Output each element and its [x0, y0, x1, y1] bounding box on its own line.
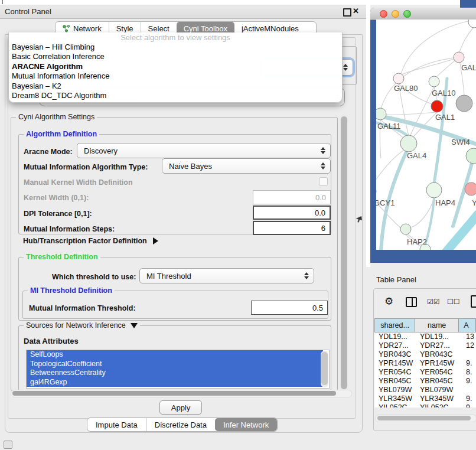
deselect-all-checkboxes-icon[interactable]: ☐☐: [447, 298, 460, 306]
close-icon[interactable]: ✕: [353, 6, 359, 15]
column-header-name[interactable]: name: [415, 318, 459, 332]
node-GAL[interactable]: [454, 52, 464, 63]
edge: [446, 214, 476, 250]
cell: 9.: [464, 377, 472, 386]
network-view-window[interactable]: GAL GAL80 GAL10 GAL1 GAL11 SWI4 GAL4 GCY…: [370, 8, 476, 263]
cell: 8.: [464, 368, 472, 377]
collapsed-panel-icon[interactable]: [4, 441, 12, 449]
column-header-label: name: [428, 321, 446, 330]
desktop-gap: [366, 0, 370, 267]
algorithm-option[interactable]: Bayesian – Hill Climbing: [9, 43, 342, 52]
node-table: shared... name A YDL19...YDL19...13 YDR2…: [374, 318, 476, 407]
list-item[interactable]: SelfLoops: [27, 350, 323, 360]
algorithm-dropdown-popup: Select algorithm to view settings Bayesi…: [8, 32, 343, 103]
node-Y[interactable]: [465, 182, 476, 195]
cell: YLR345W: [418, 394, 464, 403]
network-canvas[interactable]: GAL GAL80 GAL10 GAL1 GAL11 SWI4 GAL4 GCY…: [376, 19, 476, 250]
column-layout-icon[interactable]: [406, 297, 417, 307]
settings-vertical-scrollbar[interactable]: [340, 115, 348, 392]
algorithm-option[interactable]: Mutual Information Inference: [9, 71, 342, 81]
cell: YIL052C: [374, 403, 418, 407]
node-GAL11[interactable]: [376, 108, 386, 120]
list-item[interactable]: TopologicalCoefficient: [27, 360, 323, 369]
table-row[interactable]: YIL052CYIL052C9.: [374, 403, 476, 407]
node[interactable]: [468, 19, 476, 28]
settings-horizontal-scrollbar[interactable]: [11, 390, 352, 397]
table-row[interactable]: YBL079WYBL079W: [374, 386, 476, 394]
column-header-shared-name[interactable]: shared...: [374, 318, 415, 332]
gear-icon[interactable]: ⚙: [384, 296, 393, 306]
node-label: GAL10: [432, 89, 455, 97]
node-GAL1[interactable]: [431, 100, 443, 112]
table-row[interactable]: YPR145WYPR145W9.: [374, 359, 476, 368]
node-GAL4[interactable]: [400, 135, 417, 152]
panel-tab-mark: [2, 0, 3, 4]
mi-threshold-field[interactable]: 0.5: [251, 301, 328, 315]
table-panel: ⚙ ☑☑ ☐☐ shared... name A YDL19...YDL19..…: [373, 288, 476, 431]
node-label: GAL11: [377, 122, 401, 131]
float-window-icon[interactable]: [343, 8, 351, 17]
edge: [459, 27, 474, 52]
cell: YIL052C: [418, 403, 464, 407]
node-SWI4[interactable]: [466, 148, 476, 164]
table-row[interactable]: YBR043CYBR043C: [374, 350, 476, 359]
data-attributes-list[interactable]: SelfLoops TopologicalCoefficient Between…: [26, 350, 330, 389]
node-HAP2[interactable]: [400, 224, 411, 234]
settings-vertical-scrollbar-thumb[interactable]: [341, 116, 347, 389]
algorithm-option[interactable]: Dream8 DC_TDC Algorithm: [9, 91, 342, 100]
cell: YBR043C: [418, 350, 464, 359]
aracne-mode-select[interactable]: Discovery: [77, 143, 331, 158]
sources-title-text: Sources for Network Inference: [26, 321, 126, 330]
which-threshold-value: MI Threshold: [146, 272, 191, 281]
mi-steps-field[interactable]: 6: [253, 221, 331, 235]
kernel-width-field[interactable]: 0.0: [253, 190, 331, 204]
combo-arrows-icon: [304, 272, 309, 279]
cyni-bottom-tabs: Impute Data Discretize Data Infer Networ…: [87, 418, 278, 432]
cell: YDL19...: [418, 332, 464, 341]
zoom-traffic-light-icon[interactable]: [403, 10, 411, 18]
algorithm-option-selected[interactable]: ARACNE Algorithm: [9, 62, 342, 71]
table-row[interactable]: YDL19...YDL19...13: [374, 332, 476, 341]
tab-discretize-data[interactable]: Discretize Data: [146, 418, 215, 431]
table-row[interactable]: YBR045CYBR045C9.: [374, 377, 476, 386]
node-HAP4[interactable]: [426, 182, 442, 198]
tab-infer-network[interactable]: Infer Network: [215, 418, 277, 431]
document-icon[interactable]: [471, 295, 476, 308]
table-row[interactable]: YER054CYER054C8.: [374, 368, 476, 377]
table-horizontal-scrollbar[interactable]: [375, 415, 476, 422]
node-GAL80[interactable]: [393, 73, 404, 84]
settings-horizontal-scrollbar-thumb[interactable]: [12, 391, 336, 396]
node-GAL10[interactable]: [429, 76, 439, 87]
table-horizontal-scrollbar-thumb[interactable]: [377, 416, 471, 420]
dpi-tolerance-field[interactable]: 0.0: [253, 206, 331, 220]
list-item[interactable]: BetweennessCentrality: [27, 369, 323, 378]
minimize-traffic-light-icon[interactable]: [392, 10, 399, 18]
cell: [464, 386, 466, 394]
chevron-down-icon[interactable]: [131, 323, 138, 328]
manual-kernel-checkbox[interactable]: [319, 177, 328, 186]
list-scrollbar[interactable]: [321, 351, 328, 387]
which-threshold-select[interactable]: MI Threshold: [139, 268, 314, 283]
table-row[interactable]: YLR345WYLR345W9.: [374, 394, 476, 403]
mi-steps-value: 6: [321, 224, 325, 233]
apply-button[interactable]: Apply: [159, 400, 202, 415]
algorithm-option[interactable]: Bayesian – K2: [9, 81, 342, 91]
table-row[interactable]: YDR27...YDR27...12: [374, 341, 476, 350]
apply-button-label: Apply: [171, 403, 191, 412]
hub-definition-toggle[interactable]: Hub/Transcription Factor Definition: [23, 237, 158, 245]
list-item[interactable]: gal4RGexp: [27, 378, 323, 387]
tab-impute-data[interactable]: Impute Data: [87, 418, 146, 431]
cell: YER054C: [374, 368, 418, 377]
table-panel-title: Table Panel: [376, 275, 416, 284]
algorithm-option[interactable]: Basic Correlation Inference: [9, 52, 342, 61]
select-all-checkboxes-icon[interactable]: ☑☑: [427, 298, 440, 306]
column-header-partial[interactable]: A: [459, 318, 476, 332]
cyni-algorithm-settings-title: Cyni Algorithm Settings: [16, 113, 97, 121]
network-icon: [63, 25, 70, 32]
mi-type-select[interactable]: Naive Bayes: [162, 158, 331, 174]
list-scrollbar-thumb[interactable]: [321, 352, 328, 385]
close-traffic-light-icon[interactable]: [380, 10, 387, 18]
network-window-titlebar[interactable]: [370, 8, 476, 20]
node-label: SWI4: [451, 138, 470, 146]
node-gray[interactable]: [456, 95, 472, 112]
